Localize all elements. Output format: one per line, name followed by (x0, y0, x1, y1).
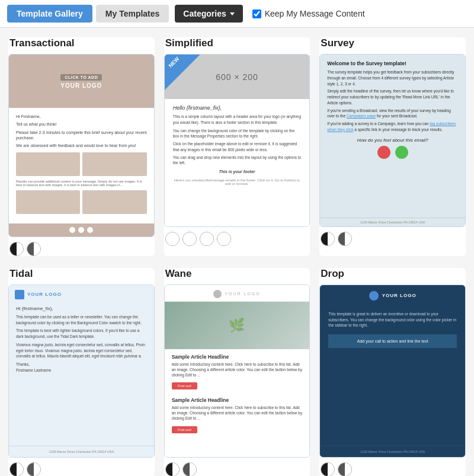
swatch-wane-1[interactable] (165, 462, 180, 476)
swatch-simp-1[interactable] (165, 232, 180, 246)
survey-yes-button[interactable] (395, 146, 408, 159)
wane-hero-image: 🌿 (165, 302, 310, 349)
wane-swatches (164, 462, 310, 476)
drop-body: This template is great to deliver an inc… (320, 306, 465, 446)
keep-message-checkbox[interactable] (252, 9, 261, 18)
tab-gallery[interactable]: Template Gallery (7, 5, 92, 23)
template-title-survey: Survey (319, 37, 466, 49)
trans-img-1 (16, 152, 80, 176)
tidal-logo-bar: YOUR LOGO (9, 285, 154, 302)
toolbar: Template Gallery My Templates Categories… (0, 0, 474, 28)
survey-body: Welcome to the Survey template! The surv… (320, 55, 465, 218)
swatch-1[interactable] (9, 242, 24, 256)
keep-message-checkbox-label[interactable]: Keep My Message Content (252, 9, 365, 18)
swatch-survey-1[interactable] (321, 232, 335, 246)
template-gallery: Transactional CLICK TO ADD YOUR LOGO Hi … (0, 28, 474, 476)
click-to-add-label: CLICK TO ADD (60, 74, 102, 81)
template-title-transactional: Transactional (8, 37, 155, 49)
swatch-drop-1[interactable] (321, 462, 335, 476)
template-card-wane: Wane YOUR LOGO 🌿 Sample Article Headline… (164, 268, 310, 476)
simplified-swatches (164, 232, 310, 246)
tidal-footer: 1106 Manor Drive Charleston PA 19614 USA (9, 446, 154, 457)
template-title-tidal: Tidal (8, 268, 155, 280)
drop-logo-text: YOUR LOGO (382, 293, 417, 298)
chevron-down-icon (230, 12, 235, 15)
wane-logo-bar: YOUR LOGO (165, 285, 310, 302)
template-preview-drop[interactable]: YOUR LOGO This template is great to deli… (319, 285, 466, 458)
template-title-simplified: Simplified (164, 37, 310, 49)
survey-no-button[interactable] (377, 146, 390, 159)
trans-footer (9, 223, 154, 237)
swatch-simp-2[interactable] (182, 232, 197, 246)
tidal-logo-icon (15, 290, 24, 299)
keep-message-label: Keep My Message Content (265, 9, 365, 18)
template-card-transactional: Transactional CLICK TO ADD YOUR LOGO Hi … (8, 37, 155, 256)
drop-swatches (319, 462, 466, 476)
tidal-swatches (8, 462, 155, 476)
swatch-drop-2[interactable] (338, 462, 352, 476)
swatch-survey-2[interactable] (338, 232, 352, 246)
wane-cta-2[interactable]: Find out! (172, 426, 197, 433)
template-preview-transactional[interactable]: CLICK TO ADD YOUR LOGO Hi Firstname, Tel… (8, 54, 155, 237)
wane-logo-text: YOUR LOGO (225, 292, 260, 296)
drop-logo-icon (369, 291, 379, 301)
survey-swatches (319, 232, 466, 246)
swatch-tidal-1[interactable] (9, 462, 24, 476)
wane-body: Sample Article Headline Add some introdu… (165, 349, 310, 441)
template-title-drop: Drop (319, 268, 466, 280)
facebook-icon (69, 227, 75, 233)
template-card-drop: Drop YOUR LOGO This template is great to… (319, 268, 466, 476)
trans-img-2 (82, 152, 146, 176)
swatch-2[interactable] (27, 242, 41, 256)
simp-body: Hello {firstname_fix}, This is a simple … (165, 99, 310, 226)
trans-img-4 (82, 190, 146, 214)
tab-my-templates[interactable]: My Templates (96, 5, 169, 23)
wane-logo-icon (213, 290, 222, 298)
wane-cta-1[interactable]: Find out! (172, 382, 197, 389)
swatch-tidal-2[interactable] (27, 462, 41, 476)
template-preview-wane[interactable]: YOUR LOGO 🌿 Sample Article Headline Add … (164, 285, 310, 458)
tidal-body: Hi {firstname_fix}, This template can be… (9, 302, 154, 446)
your-logo-label: YOUR LOGO (60, 82, 102, 89)
tidal-logo-text: YOUR LOGO (27, 292, 62, 297)
template-preview-simplified[interactable]: NEW 600 × 200 Hello {firstname_fix}, Thi… (164, 54, 310, 227)
instagram-icon (87, 227, 93, 233)
drop-logo-bar: YOUR LOGO (320, 285, 465, 306)
categories-button[interactable]: Categories (175, 5, 242, 23)
template-preview-tidal[interactable]: YOUR LOGO Hi {firstname_fix}, This templ… (8, 285, 155, 458)
template-card-tidal: Tidal YOUR LOGO Hi {firstname_fix}, This… (8, 268, 155, 476)
template-card-simplified: Simplified NEW 600 × 200 Hello {firstnam… (164, 37, 310, 256)
survey-footer: 1106 Manor Drive Charleston PA 19614 USA (320, 218, 465, 226)
template-title-wane: Wane (164, 268, 310, 280)
trans-body: Hi Firstname, Tell us what you think! Pl… (9, 108, 154, 223)
twitter-icon (78, 227, 84, 233)
drop-cta-bar[interactable]: Add your call to action and link the tex… (328, 334, 457, 348)
trans-img-3 (16, 190, 80, 214)
plant-icon: 🌿 (229, 318, 245, 333)
swatch-simp-3[interactable] (200, 232, 214, 246)
swatch-wane-2[interactable] (182, 462, 197, 476)
template-card-survey: Survey Welcome to the Survey template! T… (319, 37, 466, 256)
drop-footer: 1106 Manor Drive Charleston PA 19614 USA (320, 446, 465, 457)
swatch-simp-4[interactable] (217, 232, 231, 246)
template-preview-survey[interactable]: Welcome to the Survey template! The surv… (319, 54, 466, 227)
transactional-swatches (8, 242, 155, 256)
